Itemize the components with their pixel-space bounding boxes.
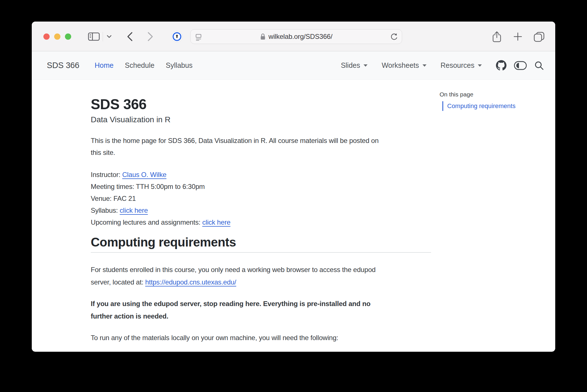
toc-title: On this page xyxy=(440,91,533,98)
nav-menu-worksheets-label: Worksheets xyxy=(382,61,419,69)
instructor-link[interactable]: Claus O. Wilke xyxy=(122,171,166,178)
nav-item-home[interactable]: Home xyxy=(95,61,114,69)
nav-item-syllabus[interactable]: Syllabus xyxy=(166,61,193,69)
onepassword-icon xyxy=(171,31,183,42)
page-subtitle: Data Visualization in R xyxy=(91,115,431,125)
lock-icon xyxy=(260,33,266,40)
instructor-label: Instructor: xyxy=(91,171,122,178)
intro-paragraph: This is the home page for SDS 366, Data … xyxy=(91,135,431,159)
new-tab-icon xyxy=(513,32,523,41)
nav-menu-slides-label: Slides xyxy=(341,61,360,69)
new-tab-button[interactable] xyxy=(512,22,524,51)
chevron-down-icon xyxy=(107,35,112,38)
edupod-paragraph: For students enrolled in this course, yo… xyxy=(91,264,431,288)
syllabus-label: Syllabus: xyxy=(91,206,120,214)
share-button[interactable] xyxy=(490,22,504,51)
dropdown-caret-icon xyxy=(423,64,426,67)
navbar-links: Home Schedule Syllabus xyxy=(95,61,193,69)
upcoming-label: Upcoming lectures and assignments: xyxy=(91,218,202,226)
search-icon xyxy=(534,61,544,70)
toolbar-divider xyxy=(103,32,103,41)
search-button[interactable] xyxy=(534,61,544,70)
nav-menu-resources[interactable]: Resources xyxy=(441,61,482,69)
dropdown-caret-icon xyxy=(364,64,368,67)
address-bar-content: wilkelab.org/SDS366/ xyxy=(260,33,332,41)
back-icon xyxy=(127,32,133,41)
page-title: SDS 366 xyxy=(91,97,431,112)
syllabus-line: Syllabus: click here xyxy=(91,205,431,216)
site-navbar: SDS 366 Home Schedule Syllabus Slides Wo… xyxy=(32,51,555,80)
intro-line-1: This is the home page for SDS 366, Data … xyxy=(91,135,431,147)
browser-window: wilkelab.org/SDS366/ xyxy=(32,22,555,352)
meeting-times-line: Meeting times: TTH 5:00pm to 6:30pm xyxy=(91,181,431,193)
toc-item-computing-requirements[interactable]: Computing requirements xyxy=(442,101,533,111)
section-heading-computing-requirements: Computing requirements xyxy=(91,235,431,253)
edupod-label: server, located at: xyxy=(91,278,145,286)
nav-item-schedule[interactable]: Schedule xyxy=(125,61,154,69)
dropdown-caret-icon xyxy=(478,64,482,67)
window-controls xyxy=(43,33,71,40)
reader-icon[interactable] xyxy=(195,33,202,41)
zoom-window-button[interactable] xyxy=(65,33,71,40)
theme-toggle-icon xyxy=(514,61,527,70)
sidebar-toggle-button[interactable] xyxy=(87,22,100,51)
page-content: SDS 366 Data Visualization in R This is … xyxy=(32,80,555,351)
course-info-block: Instructor: Claus O. Wilke Meeting times… xyxy=(91,169,431,228)
forward-icon xyxy=(147,32,153,41)
instructor-line: Instructor: Claus O. Wilke xyxy=(91,169,431,181)
url-text: wilkelab.org/SDS366/ xyxy=(269,33,332,41)
sidebar-menu-button[interactable] xyxy=(105,22,113,51)
intro-line-2: this site. xyxy=(91,147,431,159)
stop-reading-line-2: further action is needed. xyxy=(91,310,431,323)
stop-reading-paragraph: If you are using the edupod server, stop… xyxy=(91,298,431,323)
theme-toggle-button[interactable] xyxy=(514,61,527,70)
edupod-line-1: For students enrolled in this course, yo… xyxy=(91,264,431,276)
requirements-list: A recent version of R, download from her… xyxy=(91,349,431,352)
navbar-brand[interactable]: SDS 366 xyxy=(47,61,79,70)
nav-menu-resources-label: Resources xyxy=(441,61,475,69)
tabs-overview-icon xyxy=(533,31,545,42)
password-extension-button[interactable] xyxy=(170,22,184,51)
browser-toolbar: wilkelab.org/SDS366/ xyxy=(32,22,555,51)
reload-button[interactable] xyxy=(390,33,398,41)
back-button[interactable] xyxy=(124,22,136,51)
syllabus-link[interactable]: click here xyxy=(120,206,148,214)
local-run-paragraph: To run any of the materials locally on y… xyxy=(91,332,431,344)
toc-sidebar: On this page Computing requirements xyxy=(440,91,533,111)
r-download-link[interactable]: download from here xyxy=(175,351,234,352)
tab-overview-button[interactable] xyxy=(532,22,546,51)
nav-menu-slides[interactable]: Slides xyxy=(341,61,368,69)
list-item: A recent version of R, download from her… xyxy=(109,349,431,352)
github-icon xyxy=(496,60,506,71)
main-column: SDS 366 Data Visualization in R This is … xyxy=(91,80,431,352)
upcoming-link[interactable]: click here xyxy=(202,218,230,226)
github-link[interactable] xyxy=(496,60,506,71)
r-version-label: A recent version of R, xyxy=(109,351,175,352)
minimize-window-button[interactable] xyxy=(54,33,60,40)
navbar-right: Slides Worksheets Resources xyxy=(341,60,544,71)
share-icon xyxy=(492,31,502,43)
forward-button[interactable] xyxy=(145,22,156,51)
close-window-button[interactable] xyxy=(43,33,50,40)
address-bar[interactable]: wilkelab.org/SDS366/ xyxy=(190,29,402,44)
upcoming-line: Upcoming lectures and assignments: click… xyxy=(91,216,431,228)
screenshot-background: wilkelab.org/SDS366/ xyxy=(0,0,587,392)
edupod-line-2: server, located at: https://edupod.cns.u… xyxy=(91,276,431,288)
sidebar-icon xyxy=(88,32,100,41)
venue-line: Venue: FAC 21 xyxy=(91,193,431,205)
edupod-link[interactable]: https://edupod.cns.utexas.edu/ xyxy=(145,278,236,286)
stop-reading-line-1: If you are using the edupod server, stop… xyxy=(91,298,431,310)
nav-menu-worksheets[interactable]: Worksheets xyxy=(382,61,426,69)
